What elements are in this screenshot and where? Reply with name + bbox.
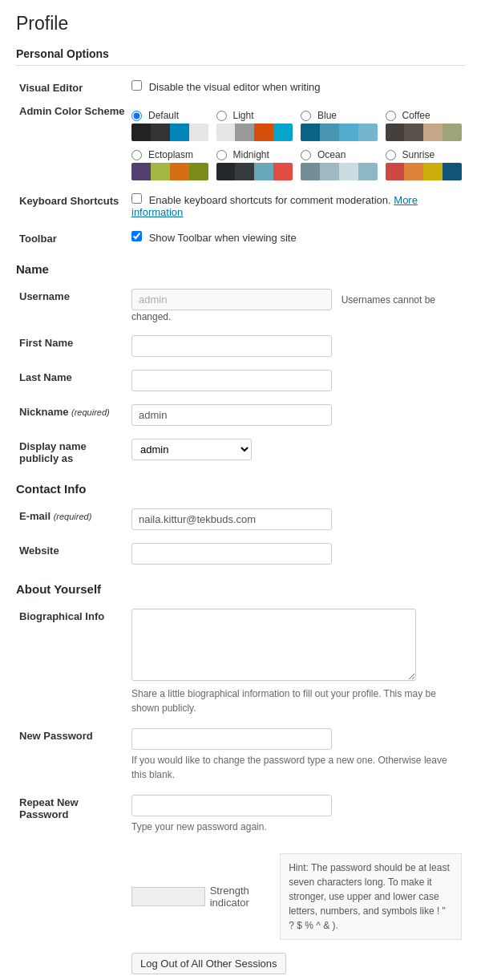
contact-table: E-mail (required) naila.kittur@tekbuds.c… [16, 502, 465, 571]
scheme-ocean[interactable]: Ocean [301, 149, 378, 180]
strength-hint: Hint: The password should be at least se… [280, 853, 462, 940]
email-row: E-mail (required) naila.kittur@tekbuds.c… [16, 502, 465, 537]
scheme-ocean-radio[interactable] [301, 150, 311, 160]
strength-indicator-row: Strength indicator Hint: The password sh… [131, 853, 462, 940]
scheme-ectoplasm[interactable]: Ectoplasm [131, 149, 208, 180]
scheme-sunrise-swatches [386, 163, 463, 180]
personal-options-heading: Personal Options [16, 47, 465, 66]
color-scheme-grid: Default Light [131, 110, 462, 180]
strength-row: Strength indicator Hint: The password sh… [16, 840, 465, 946]
scheme-midnight[interactable]: Midnight [216, 149, 293, 180]
scheme-sunrise-radio[interactable] [386, 150, 396, 160]
repeat-password-row: Repeat New Password Type your new passwo… [16, 788, 465, 840]
keyboard-shortcuts-row: Keyboard Shortcuts Enable keyboard short… [16, 187, 465, 225]
strength-label: Strength indicator [210, 885, 272, 909]
name-table: Username admin Usernames cannot be chang… [16, 282, 465, 471]
website-label: Website [19, 545, 59, 557]
visual-editor-row: Visual Editor Disable the visual editor … [16, 74, 465, 100]
bio-row: Biographical Info Share a little biograp… [16, 602, 465, 722]
scheme-coffee-swatches [386, 124, 463, 141]
scheme-light-radio[interactable] [216, 111, 227, 121]
website-row: Website [16, 537, 465, 571]
display-name-row: Display name publicly as admin [16, 432, 465, 471]
keyboard-shortcuts-checkbox[interactable] [131, 193, 142, 204]
name-heading: Name [16, 262, 465, 276]
scheme-coffee-radio[interactable] [386, 111, 396, 121]
keyboard-shortcuts-label: Keyboard Shortcuts [19, 195, 119, 207]
scheme-ectoplasm-swatches [131, 163, 208, 180]
toolbar-label: Toolbar [19, 233, 57, 245]
about-yourself-heading: About Yourself [16, 582, 465, 596]
email-label: E-mail (required) [19, 510, 91, 522]
website-input[interactable] [131, 543, 332, 565]
new-password-label: New Password [19, 730, 93, 742]
strength-bar [131, 887, 205, 906]
nickname-row: Nickname (required) admin [16, 398, 465, 432]
scheme-sunrise[interactable]: Sunrise [386, 149, 463, 180]
scheme-default-swatches [131, 124, 208, 141]
about-table: Biographical Info Share a little biograp… [16, 602, 465, 980]
new-password-row: New Password If you would like to change… [16, 722, 465, 788]
scheme-midnight-radio[interactable] [216, 150, 227, 160]
last-name-row: Last Name [16, 363, 465, 398]
toolbar-checkbox[interactable] [131, 231, 142, 241]
bio-label: Biographical Info [19, 610, 104, 622]
scheme-blue-swatches [301, 124, 378, 141]
visual-editor-label: Visual Editor [19, 82, 83, 94]
personal-options-table: Visual Editor Disable the visual editor … [16, 74, 465, 251]
email-input[interactable]: naila.kittur@tekbuds.com [131, 508, 332, 530]
keyboard-shortcuts-checkbox-label[interactable]: Enable keyboard shortcuts for comment mo… [131, 194, 394, 206]
toolbar-checkbox-label[interactable]: Show Toolbar when viewing site [131, 232, 297, 244]
bio-description: Share a little biographical information … [131, 686, 462, 715]
scheme-light[interactable]: Light [216, 110, 293, 141]
new-password-input[interactable] [131, 728, 332, 750]
logout-sessions-row: Log Out of All Other Sessions Left your … [16, 946, 465, 980]
bio-textarea[interactable] [131, 609, 416, 681]
display-name-select[interactable]: admin [131, 439, 252, 460]
logout-sessions-button[interactable]: Log Out of All Other Sessions [131, 953, 286, 974]
scheme-blue-radio[interactable] [301, 111, 311, 121]
scheme-default-radio[interactable] [131, 111, 142, 121]
scheme-default[interactable]: Default [131, 110, 208, 141]
username-label: Username [19, 290, 70, 302]
scheme-blue[interactable]: Blue [301, 110, 378, 141]
username-input: admin [131, 289, 332, 310]
last-name-input[interactable] [131, 370, 332, 391]
first-name-row: First Name [16, 329, 465, 363]
repeat-password-label: Repeat New Password [19, 796, 79, 820]
visual-editor-checkbox[interactable] [131, 80, 142, 91]
scheme-midnight-swatches [216, 163, 293, 180]
repeat-password-description: Type your new password again. [131, 820, 462, 834]
visual-editor-checkbox-label[interactable]: Disable the visual editor when writing [131, 81, 321, 93]
admin-color-scheme-row: Admin Color Scheme Default [16, 100, 465, 187]
username-row: Username admin Usernames cannot be chang… [16, 282, 465, 329]
page-title: Profile [16, 13, 465, 34]
display-name-label: Display name publicly as [19, 440, 87, 464]
toolbar-row: Toolbar Show Toolbar when viewing site [16, 225, 465, 251]
first-name-label: First Name [19, 337, 73, 349]
new-password-description: If you would like to change the password… [131, 753, 462, 782]
last-name-label: Last Name [19, 371, 72, 383]
scheme-ocean-swatches [301, 163, 378, 180]
nickname-label: Nickname (required) [19, 406, 110, 418]
scheme-light-swatches [216, 124, 293, 141]
scheme-coffee[interactable]: Coffee [386, 110, 463, 141]
contact-info-heading: Contact Info [16, 482, 465, 496]
nickname-input[interactable]: admin [131, 404, 332, 426]
first-name-input[interactable] [131, 335, 332, 357]
repeat-password-input[interactable] [131, 795, 332, 816]
admin-color-scheme-label: Admin Color Scheme [19, 105, 124, 117]
scheme-ectoplasm-radio[interactable] [131, 150, 142, 160]
